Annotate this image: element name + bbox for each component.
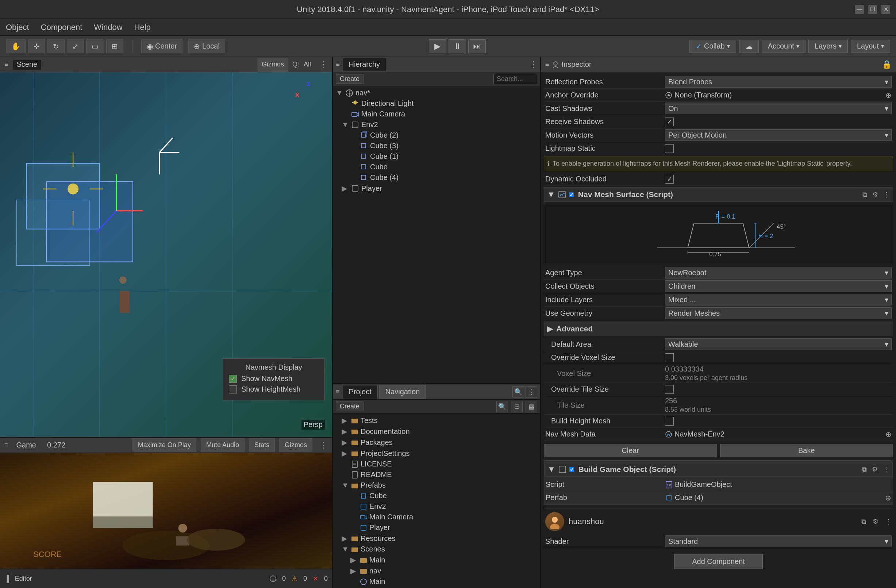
rotate-tool[interactable]: ↻ bbox=[47, 40, 65, 53]
project-options-icon[interactable]: ⋮ bbox=[526, 386, 537, 398]
panel-options-icon[interactable]: ⋮ bbox=[320, 60, 328, 69]
gizmos-button[interactable]: Gizmos bbox=[258, 58, 288, 72]
pause-button[interactable]: ⏸ bbox=[448, 40, 466, 53]
scene-tab[interactable]: Scene bbox=[13, 59, 42, 70]
project-toggle-icon[interactable]: ⊟ bbox=[511, 401, 523, 413]
project-create-btn[interactable]: Create bbox=[336, 402, 364, 411]
proj-tests[interactable]: ▶ Tests bbox=[333, 415, 540, 426]
buildgo-settings-icon[interactable]: ⚙ bbox=[872, 465, 878, 474]
user-copy-icon[interactable]: ⧉ bbox=[861, 518, 866, 526]
local-button[interactable]: ⊕ Local bbox=[188, 40, 225, 53]
receive-shadows-checkbox[interactable] bbox=[665, 117, 674, 126]
scale-tool[interactable]: ⤢ bbox=[67, 40, 84, 53]
reflection-probes-dropdown[interactable]: Blend Probes ▾ bbox=[665, 76, 891, 88]
mute-audio-btn[interactable]: Mute Audio bbox=[201, 438, 245, 452]
minimize-button[interactable]: — bbox=[855, 5, 864, 14]
proj-settings[interactable]: ▶ ProjectSettings bbox=[333, 448, 540, 459]
advanced-section[interactable]: ▶ Advanced bbox=[544, 321, 893, 336]
navmesh-surface-section[interactable]: ▼ Nav Mesh Surface (Script) ⧉ ⚙ ⋮ bbox=[544, 187, 893, 202]
move-tool[interactable]: ✛ bbox=[28, 40, 45, 53]
hierarchy-tab[interactable]: Hierarchy bbox=[343, 58, 387, 71]
scene-canvas[interactable]: Persp z x Navmesh Display ✓ Show NavMesh… bbox=[0, 72, 332, 437]
proj-env2-prefab[interactable]: Env2 bbox=[333, 501, 540, 512]
layers-button[interactable]: Layers ▾ bbox=[808, 40, 848, 53]
hand-tool[interactable]: ✋ bbox=[6, 40, 26, 53]
tree-item-cube[interactable]: Cube bbox=[333, 162, 540, 172]
tree-item-maincamera[interactable]: Main Camera bbox=[333, 109, 540, 119]
proj-packages[interactable]: ▶ Packages bbox=[333, 437, 540, 448]
proj-player-prefab[interactable]: Player bbox=[333, 522, 540, 533]
user-overflow-icon[interactable]: ⋮ bbox=[885, 518, 891, 526]
game-tab-label[interactable]: Game bbox=[13, 440, 40, 450]
build-height-mesh-checkbox[interactable] bbox=[665, 417, 674, 426]
tree-item-nav[interactable]: ▼ nav* bbox=[333, 88, 540, 98]
override-voxel-checkbox[interactable] bbox=[665, 353, 674, 362]
tree-item-player[interactable]: ▶ Player bbox=[333, 183, 540, 194]
tree-item-dirlight[interactable]: Directional Light bbox=[333, 98, 540, 109]
proj-maincam-prefab[interactable]: Main Camera bbox=[333, 512, 540, 522]
use-geometry-dropdown[interactable]: Render Meshes ▾ bbox=[665, 307, 891, 319]
project-tree[interactable]: ▶ Tests ▶ Documentation ▶ Packages bbox=[333, 414, 540, 588]
step-button[interactable]: ⏭ bbox=[468, 40, 486, 53]
buildgo-enabled[interactable] bbox=[569, 467, 574, 472]
menu-window[interactable]: Window bbox=[94, 23, 122, 32]
game-gizmos-btn[interactable]: Gizmos bbox=[279, 438, 312, 452]
buildgo-overflow-icon[interactable]: ⋮ bbox=[883, 465, 890, 474]
menu-help[interactable]: Help bbox=[134, 23, 151, 32]
navmesh-settings-icon[interactable]: ⚙ bbox=[872, 190, 878, 198]
proj-main-scene[interactable]: Main bbox=[333, 576, 540, 587]
transform-tool[interactable]: ⊞ bbox=[106, 40, 123, 53]
hierarchy-tree[interactable]: ▼ nav* Directional Light Main Camera bbox=[333, 86, 540, 383]
hierarchy-search[interactable] bbox=[494, 74, 537, 84]
navmesh-copy-icon[interactable]: ⧉ bbox=[862, 191, 867, 198]
shader-dropdown[interactable]: Standard ▾ bbox=[665, 535, 891, 547]
layout-button[interactable]: Layout ▾ bbox=[851, 40, 890, 53]
tree-item-env2[interactable]: ▼ Env2 bbox=[333, 119, 540, 130]
proj-nav-folder[interactable]: ▶ nav bbox=[333, 565, 540, 576]
project-search-icon[interactable]: 🔍 bbox=[496, 401, 508, 413]
clear-button[interactable]: Clear bbox=[544, 444, 717, 457]
proj-main-folder[interactable]: ▶ Main bbox=[333, 554, 540, 565]
maximize-on-play-btn[interactable]: Maximize On Play bbox=[133, 438, 197, 452]
project-lock-icon[interactable]: 🔍 bbox=[512, 386, 524, 398]
create-button[interactable]: Create bbox=[336, 74, 364, 84]
proj-readme[interactable]: README bbox=[333, 469, 540, 480]
tree-item-cube1[interactable]: Cube (1) bbox=[333, 151, 540, 162]
menu-object[interactable]: Object bbox=[6, 23, 29, 32]
proj-docs[interactable]: ▶ Documentation bbox=[333, 426, 540, 437]
hierarchy-options[interactable]: ⋮ bbox=[529, 60, 537, 69]
buildgo-copy-icon[interactable]: ⧉ bbox=[862, 466, 867, 474]
maximize-button[interactable]: ❐ bbox=[868, 5, 877, 14]
cast-shadows-dropdown[interactable]: On ▾ bbox=[665, 102, 891, 114]
rect-tool[interactable]: ▭ bbox=[86, 40, 104, 53]
tree-item-cube2[interactable]: Cube (2) bbox=[333, 130, 540, 140]
project-tab[interactable]: Project bbox=[343, 385, 378, 399]
proj-scenes[interactable]: ▼ Scenes bbox=[333, 544, 540, 554]
add-component-button[interactable]: Add Component bbox=[674, 554, 763, 569]
account-button[interactable]: Account ▾ bbox=[762, 40, 806, 53]
navmeshdata-btn[interactable]: ⊕ bbox=[885, 430, 891, 439]
game-panel-options[interactable]: ⋮ bbox=[320, 440, 328, 450]
cloud-button[interactable]: ☁ bbox=[739, 40, 759, 53]
tree-item-cube4[interactable]: Cube (4) bbox=[333, 172, 540, 183]
bake-button[interactable]: Bake bbox=[720, 444, 893, 457]
default-area-dropdown[interactable]: Walkable ▾ bbox=[665, 338, 891, 350]
center-button[interactable]: ◉ Center bbox=[141, 40, 183, 53]
proj-prefabs[interactable]: ▼ Prefabs bbox=[333, 480, 540, 491]
stats-btn[interactable]: Stats bbox=[249, 438, 275, 452]
proj-cube-prefab[interactable]: Cube bbox=[333, 491, 540, 501]
agent-type-dropdown[interactable]: NewRoebot ▾ bbox=[665, 267, 891, 279]
play-button[interactable]: ▶ bbox=[429, 40, 446, 53]
tree-item-cube3[interactable]: Cube (3) bbox=[333, 140, 540, 151]
user-settings-icon[interactable]: ⚙ bbox=[873, 518, 878, 526]
project-filter-icon[interactable]: ▤ bbox=[526, 401, 537, 413]
perfab-btn[interactable]: ⊕ bbox=[885, 494, 891, 502]
menu-component[interactable]: Component bbox=[41, 23, 82, 32]
proj-license[interactable]: LICENSE bbox=[333, 459, 540, 469]
show-heightmesh-checkbox[interactable] bbox=[229, 385, 237, 393]
motion-vectors-dropdown[interactable]: Per Object Motion ▾ bbox=[665, 129, 891, 141]
proj-resources[interactable]: ▶ Resources bbox=[333, 533, 540, 544]
collect-objects-dropdown[interactable]: Children ▾ bbox=[665, 280, 891, 292]
include-layers-dropdown[interactable]: Mixed ... ▾ bbox=[665, 294, 891, 306]
build-gameobject-header[interactable]: ▼ Build Game Object (Script) ⧉ ⚙ ⋮ bbox=[544, 462, 893, 477]
